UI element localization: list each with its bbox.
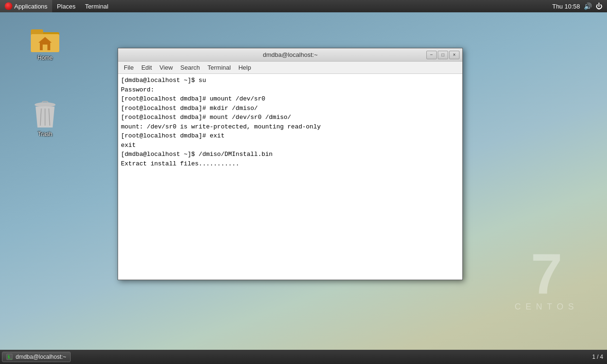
terminal-line-3: [root@localhost dmdba]# mkdir /dmiso/ — [121, 104, 460, 113]
terminal-controls: − □ × — [426, 51, 460, 59]
terminal-menubar: File Edit View Search Terminal Help — [118, 62, 462, 74]
gnome-icon — [5, 2, 12, 10]
svg-rect-5 — [43, 45, 47, 50]
places-menu[interactable]: Places — [52, 0, 80, 12]
pager-label: 1 / 4 — [592, 354, 603, 360]
close-button[interactable]: × — [449, 51, 460, 59]
terminal-titlebar: dmdba@localhost:~ − □ × — [118, 48, 462, 62]
maximize-icon: □ — [441, 52, 444, 57]
taskbar-left: $_ dmdba@localhost:~ — [2, 352, 71, 362]
menu-help[interactable]: Help — [235, 63, 255, 72]
centos-watermark: 7 CENTOS — [515, 245, 579, 312]
menu-view[interactable]: View — [156, 63, 176, 72]
terminal-line-2: [root@localhost dmdba]# umount /dev/sr0 — [121, 94, 460, 104]
svg-text:$_: $_ — [8, 355, 12, 359]
minimize-icon: − — [430, 52, 433, 57]
top-panel-right: Thu 10:58 🔊 ⏻ — [552, 2, 607, 10]
terminal-body[interactable]: [dmdba@localhost ~]$ su Password: [root@… — [118, 74, 462, 280]
terminal-window: dmdba@localhost:~ − □ × File Edit View S… — [118, 48, 463, 280]
home-icon-label: Home — [36, 54, 54, 62]
desktop: Home Trash 7 CENTOS dmdba@localhost:~ — [0, 12, 607, 350]
terminal-line-0: [dmdba@localhost ~]$ su — [121, 76, 460, 85]
taskbar-terminal-button[interactable]: $_ dmdba@localhost:~ — [2, 352, 71, 362]
taskbar-pager[interactable]: 1 / 4 — [592, 354, 605, 360]
menu-edit[interactable]: Edit — [138, 63, 156, 72]
places-label: Places — [57, 3, 75, 10]
terminal-line-5: mount: /dev/sr0 is write-protected, moun… — [121, 122, 460, 132]
terminal-line-8: [dmdba@localhost ~]$ /dmiso/DMInstall.bi… — [121, 150, 460, 159]
taskbar: $_ dmdba@localhost:~ 1 / 4 — [0, 350, 607, 364]
terminal-line-7: exit — [121, 141, 460, 150]
terminal-taskbar-icon: $_ — [6, 354, 13, 360]
terminal-line-1: Password: — [121, 85, 460, 95]
applications-label: Applications — [14, 3, 47, 10]
terminal-label: Terminal — [85, 3, 108, 10]
home-folder-svg — [30, 27, 60, 53]
trash-icon[interactable]: Trash — [26, 100, 64, 138]
terminal-menu[interactable]: Terminal — [80, 0, 113, 12]
terminal-title: dmdba@localhost:~ — [154, 51, 426, 58]
terminal-line-6: [root@localhost dmdba]# exit — [121, 131, 460, 141]
svg-point-10 — [35, 102, 55, 107]
close-icon: × — [453, 52, 456, 57]
terminal-line-4: [root@localhost dmdba]# mount /dev/sr0 /… — [121, 113, 460, 122]
top-panel: Applications Places Terminal Thu 10:58 🔊… — [0, 0, 607, 12]
menu-terminal[interactable]: Terminal — [204, 63, 235, 72]
minimize-button[interactable]: − — [426, 51, 437, 59]
terminal-line-9: Extract install files........... — [121, 159, 460, 169]
trash-icon-label: Trash — [37, 130, 54, 138]
centos-number: 7 — [515, 245, 579, 302]
taskbar-window-label: dmdba@localhost:~ — [16, 354, 66, 360]
trash-icon-svg — [32, 100, 58, 129]
menu-search[interactable]: Search — [176, 63, 203, 72]
top-panel-left: Applications Places Terminal — [0, 0, 113, 12]
speaker-icon[interactable]: 🔊 — [584, 2, 592, 10]
clock: Thu 10:58 — [552, 3, 580, 10]
power-icon[interactable]: ⏻ — [596, 2, 602, 10]
home-folder-icon[interactable]: Home — [26, 27, 64, 62]
applications-menu[interactable]: Applications — [0, 0, 52, 12]
centos-name: CENTOS — [515, 302, 579, 312]
menu-file[interactable]: File — [120, 63, 138, 72]
maximize-button[interactable]: □ — [438, 51, 448, 59]
